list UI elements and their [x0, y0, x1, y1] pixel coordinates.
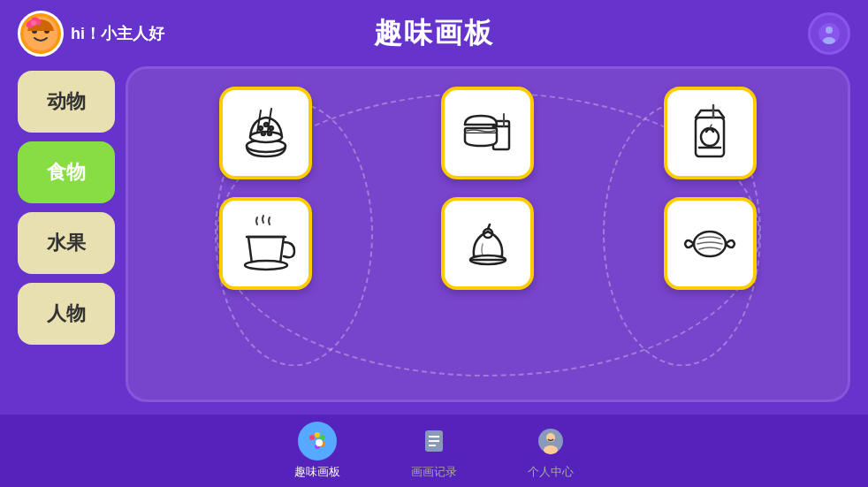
document-icon: [415, 422, 453, 460]
food-item-pudding[interactable]: [441, 197, 534, 290]
food-item-tea[interactable]: [219, 197, 312, 290]
header-greeting: hi！小主人好: [71, 23, 164, 44]
svg-point-38: [315, 432, 320, 438]
food-items-grid: [155, 87, 821, 382]
person-icon: [531, 422, 570, 460]
nav-label-drawing: 趣味画板: [294, 464, 340, 480]
svg-point-17: [262, 132, 265, 135]
settings-icon[interactable]: [808, 12, 850, 55]
nav-label-profile: 个人中心: [528, 464, 574, 480]
sidebar-item-animals[interactable]: 动物: [18, 71, 115, 133]
header-user: hi！小主人好: [18, 11, 164, 57]
nav-item-profile[interactable]: 个人中心: [528, 422, 574, 480]
bottom-nav: 趣味画板 画画记录 个人中心: [0, 415, 868, 487]
food-item-burger[interactable]: [441, 87, 534, 179]
sidebar: 动物 食物 水果 人物: [18, 66, 115, 402]
avatar: [18, 11, 64, 57]
sidebar-item-food[interactable]: 食物: [18, 141, 115, 203]
svg-point-18: [268, 132, 271, 135]
svg-point-15: [264, 123, 268, 126]
svg-point-6: [31, 20, 36, 26]
header: hi！小主人好 趣味画板: [0, 0, 868, 66]
food-item-candy[interactable]: [664, 197, 757, 290]
svg-point-8: [826, 27, 833, 34]
content-panel: [126, 66, 850, 402]
nav-item-records[interactable]: 画画记录: [411, 422, 457, 480]
svg-point-14: [259, 126, 263, 130]
svg-point-9: [823, 37, 835, 44]
svg-point-42: [316, 439, 323, 446]
svg-point-30: [245, 261, 287, 270]
food-row-1: [155, 87, 821, 179]
nav-item-drawing[interactable]: 趣味画板: [294, 422, 340, 480]
svg-point-16: [270, 126, 273, 130]
page-title: 趣味画板: [374, 14, 494, 53]
sidebar-item-people[interactable]: 人物: [18, 283, 115, 345]
food-row-2: [155, 197, 821, 290]
sidebar-item-fruits[interactable]: 水果: [18, 212, 115, 274]
palette-icon: [298, 422, 337, 460]
food-item-rice[interactable]: [219, 87, 312, 179]
svg-point-39: [320, 435, 325, 440]
main-content: 动物 食物 水果 人物: [0, 66, 868, 411]
svg-point-49: [544, 445, 558, 454]
nav-label-records: 画画记录: [411, 464, 457, 480]
svg-point-37: [309, 435, 315, 440]
food-item-juice[interactable]: [664, 87, 757, 179]
